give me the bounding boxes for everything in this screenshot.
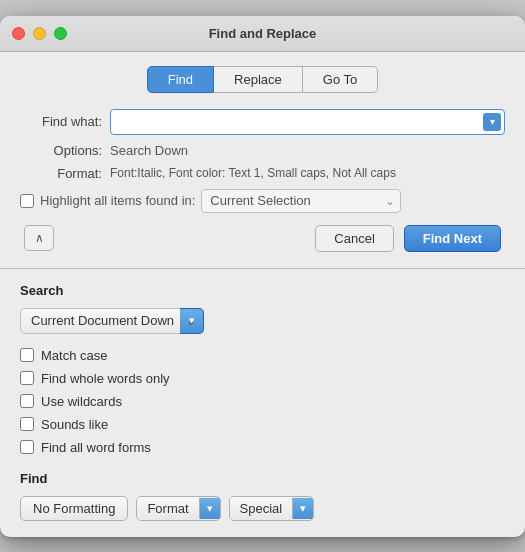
checkbox-whole-words: Find whole words only <box>20 371 505 386</box>
checkbox-match-case: Match case <box>20 348 505 363</box>
action-row: ∧ Cancel Find Next <box>20 225 505 252</box>
tab-goto[interactable]: Go To <box>303 66 378 93</box>
checkbox-wildcards: Use wildcards <box>20 394 505 409</box>
match-case-checkbox[interactable] <box>20 348 34 362</box>
whole-words-label[interactable]: Find whole words only <box>41 371 170 386</box>
highlight-select-wrapper: Current Selection Main Document <box>201 189 401 213</box>
format-label: Format: <box>20 166 110 181</box>
highlight-label[interactable]: Highlight all items found in: <box>40 193 195 208</box>
find-what-row: Find what: ▾ <box>20 109 505 135</box>
highlight-select[interactable]: Current Selection Main Document <box>201 189 401 213</box>
find-input-dropdown-arrow[interactable]: ▾ <box>483 113 501 131</box>
wildcards-label[interactable]: Use wildcards <box>41 394 122 409</box>
sounds-like-checkbox[interactable] <box>20 417 34 431</box>
whole-words-checkbox[interactable] <box>20 371 34 385</box>
find-buttons-row: No Formatting Format ▾ Special ▾ <box>20 496 505 521</box>
checkbox-word-forms: Find all word forms <box>20 440 505 455</box>
checkbox-list: Match case Find whole words only Use wil… <box>20 348 505 455</box>
divider <box>0 268 525 269</box>
format-value: Font:Italic, Font color: Text 1, Small c… <box>110 166 396 180</box>
maximize-button[interactable] <box>54 27 67 40</box>
tab-replace[interactable]: Replace <box>214 66 303 93</box>
options-value: Search Down <box>110 143 188 158</box>
word-forms-label[interactable]: Find all word forms <box>41 440 151 455</box>
find-next-button[interactable]: Find Next <box>404 225 501 252</box>
window-title: Find and Replace <box>209 26 317 41</box>
format-dropdown-label: Format <box>137 497 198 520</box>
dialog-content: Find Replace Go To Find what: ▾ Options:… <box>0 52 525 537</box>
search-dropdown-wrapper: Current Document Down Current Document U… <box>20 308 204 334</box>
options-row: Options: Search Down <box>20 143 505 158</box>
highlight-row: Highlight all items found in: Current Se… <box>20 189 505 213</box>
collapse-button[interactable]: ∧ <box>24 225 54 251</box>
window-controls <box>12 27 67 40</box>
format-dropdown-button[interactable]: Format ▾ <box>136 496 220 521</box>
no-formatting-button[interactable]: No Formatting <box>20 496 128 521</box>
close-button[interactable] <box>12 27 25 40</box>
wildcards-checkbox[interactable] <box>20 394 34 408</box>
highlight-checkbox[interactable] <box>20 194 34 208</box>
special-dropdown-button[interactable]: Special ▾ <box>229 496 315 521</box>
tab-bar: Find Replace Go To <box>20 66 505 93</box>
find-replace-dialog: Find and Replace Find Replace Go To Find… <box>0 16 525 537</box>
find-input-wrapper: ▾ <box>110 109 505 135</box>
word-forms-checkbox[interactable] <box>20 440 34 454</box>
search-section-title: Search <box>20 283 505 298</box>
checkbox-sounds-like: Sounds like <box>20 417 505 432</box>
tab-find[interactable]: Find <box>147 66 214 93</box>
search-dropdown[interactable]: Current Document Down Current Document U… <box>20 308 204 334</box>
find-input[interactable] <box>110 109 505 135</box>
search-dropdown-arrow[interactable]: ▾ <box>180 308 204 334</box>
match-case-label[interactable]: Match case <box>41 348 107 363</box>
special-dropdown-arrow-icon: ▾ <box>292 498 313 519</box>
special-dropdown-label: Special <box>230 497 293 520</box>
format-dropdown-arrow-icon: ▾ <box>199 498 220 519</box>
options-label: Options: <box>20 143 110 158</box>
find-what-label: Find what: <box>20 114 110 129</box>
minimize-button[interactable] <box>33 27 46 40</box>
titlebar: Find and Replace <box>0 16 525 52</box>
cancel-button[interactable]: Cancel <box>315 225 393 252</box>
right-buttons: Cancel Find Next <box>315 225 501 252</box>
find-section-title: Find <box>20 471 505 486</box>
sounds-like-label[interactable]: Sounds like <box>41 417 108 432</box>
format-row: Format: Font:Italic, Font color: Text 1,… <box>20 166 505 181</box>
